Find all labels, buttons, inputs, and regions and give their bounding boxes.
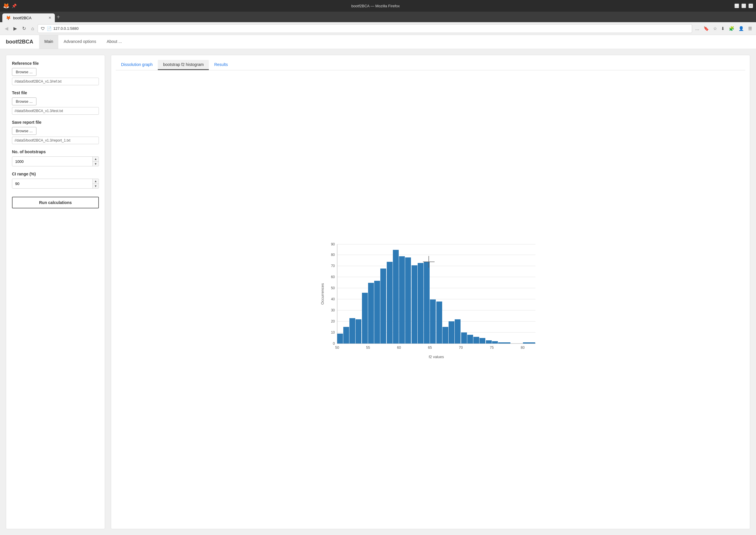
- run-calculations-button[interactable]: Run calculations: [12, 197, 99, 209]
- minimize-button[interactable]: —: [734, 4, 739, 8]
- bar-50: [337, 334, 343, 344]
- save-report-label: Save report file: [12, 120, 99, 125]
- tab-results[interactable]: Results: [209, 60, 233, 70]
- y-label-90: 90: [331, 242, 335, 246]
- test-file-label: Test file: [12, 91, 99, 95]
- test-file-browse-button[interactable]: Browse ...: [12, 98, 37, 105]
- y-label-50: 50: [331, 286, 335, 290]
- x-label-80: 80: [521, 346, 525, 350]
- ci-range-spinner: ▲ ▼: [93, 179, 98, 188]
- ci-range-increment[interactable]: ▲: [93, 179, 98, 183]
- nav-tab-advanced-options[interactable]: Advanced options: [58, 35, 101, 49]
- bar-70: [461, 332, 467, 344]
- test-file-section: Test file Browse ...: [12, 91, 99, 115]
- y-label-10: 10: [331, 330, 335, 334]
- tab-dissolution-graph[interactable]: Dissolution graph: [116, 60, 158, 70]
- ci-range-section: CI range (%) ▲ ▼: [12, 172, 99, 188]
- back-button[interactable]: ◀: [3, 24, 10, 32]
- forward-button[interactable]: ▶: [12, 24, 19, 32]
- nav-bar: ◀ ▶ ↻ ⌂ 🛡 📄 127.0.0.1:5880 … 🔖 ☆ ⬇ 🧩 👤 ☰: [0, 22, 756, 35]
- bootstraps-label: No. of bootstraps: [12, 150, 99, 154]
- x-label-75: 75: [490, 346, 494, 350]
- window-controls: — □ ✕: [734, 4, 753, 8]
- bar-60: [399, 256, 405, 344]
- bookmark-button[interactable]: 🔖: [702, 25, 710, 32]
- nav-actions: … 🔖 ☆ ⬇ 🧩 👤 ☰: [694, 25, 753, 32]
- url-display: 127.0.0.1:5880: [53, 26, 79, 31]
- tab-close-button[interactable]: ✕: [48, 16, 51, 20]
- bar-51: [343, 327, 349, 344]
- bootstraps-input[interactable]: [12, 157, 93, 166]
- app-header: bootf2BCA Main Advanced options About ..…: [0, 35, 756, 49]
- y-label-20: 20: [331, 319, 335, 324]
- y-label-0: 0: [333, 342, 335, 346]
- reload-button[interactable]: ↻: [20, 24, 28, 32]
- address-bar[interactable]: 🛡 📄 127.0.0.1:5880: [38, 24, 692, 33]
- sync-button[interactable]: 👤: [737, 25, 745, 32]
- bar-66: [436, 301, 442, 344]
- bootstraps-input-container: ▲ ▼: [12, 156, 99, 166]
- extensions-button[interactable]: 🧩: [728, 25, 736, 32]
- bar-71: [467, 335, 473, 344]
- histogram-chart: 0 10 20 30 40 50 60 70 80 90 50 55 60: [116, 239, 745, 361]
- reference-file-browse-button[interactable]: Browse ...: [12, 68, 37, 76]
- bar-67: [443, 327, 448, 344]
- tab-bootstrap-f2-histogram[interactable]: bootstrap f2 histogram: [158, 60, 209, 70]
- nav-tab-about[interactable]: About ...: [101, 35, 127, 49]
- ci-range-decrement[interactable]: ▼: [93, 183, 98, 188]
- nav-tab-main[interactable]: Main: [39, 35, 58, 49]
- x-label-55: 55: [366, 346, 370, 350]
- home-button[interactable]: ⌂: [29, 25, 36, 32]
- bar-73: [479, 338, 485, 344]
- close-button[interactable]: ✕: [748, 4, 753, 8]
- reference-file-input[interactable]: [12, 78, 99, 85]
- y-label-70: 70: [331, 264, 335, 268]
- browser-window: 🦊 📌 bootf2BCA — Mozilla Firefox — □ ✕ 🦊 …: [0, 0, 756, 535]
- bar-74: [486, 340, 492, 344]
- bar-58: [387, 262, 392, 344]
- bar-80: [523, 342, 535, 344]
- star-button[interactable]: ☆: [712, 25, 718, 32]
- more-button[interactable]: …: [694, 25, 701, 32]
- title-bar: 🦊 📌 bootf2BCA — Mozilla Firefox — □ ✕: [0, 0, 756, 12]
- bootstraps-decrement[interactable]: ▼: [93, 161, 98, 166]
- x-axis-title: f2 values: [429, 354, 444, 359]
- bar-52: [349, 318, 355, 344]
- test-file-input[interactable]: [12, 107, 99, 115]
- browser-tab[interactable]: 🦊 bootf2BCA ✕: [2, 14, 55, 22]
- bar-75: [492, 341, 498, 344]
- pin-icon: 📌: [12, 4, 16, 8]
- title-bar-right: — □ ✕: [734, 4, 753, 8]
- bar-68: [448, 321, 454, 344]
- reference-file-label: Reference file: [12, 61, 99, 66]
- bootstraps-increment[interactable]: ▲: [93, 157, 98, 161]
- save-report-section: Save report file Browse ...: [12, 120, 99, 144]
- bar-72: [473, 337, 479, 344]
- ci-range-input-container: ▲ ▼: [12, 179, 99, 188]
- histogram-svg: 0 10 20 30 40 50 60 70 80 90 50 55 60: [116, 239, 745, 361]
- bar-69: [455, 319, 461, 344]
- y-axis-title: Occurrences: [320, 283, 325, 304]
- menu-button[interactable]: ☰: [747, 25, 753, 32]
- bar-55: [368, 283, 374, 344]
- save-report-browse-button[interactable]: Browse ...: [12, 127, 37, 135]
- y-label-40: 40: [331, 297, 335, 301]
- title-bar-left: 🦊 📌: [3, 3, 16, 9]
- bar-76: [498, 342, 510, 344]
- main-content: Reference file Browse ... Test file Brow…: [0, 49, 756, 535]
- ci-range-input[interactable]: [12, 179, 93, 188]
- x-label-65: 65: [428, 346, 432, 350]
- maximize-button[interactable]: □: [742, 4, 746, 8]
- shield-icon: 🛡: [41, 26, 45, 31]
- save-report-input[interactable]: [12, 137, 99, 144]
- x-label-70: 70: [459, 346, 463, 350]
- bootstraps-spinner: ▲ ▼: [93, 157, 98, 166]
- bar-57: [380, 268, 386, 344]
- content-tabs: Dissolution graph bootstrap f2 histogram…: [116, 60, 745, 70]
- tab-title: bootf2BCA: [13, 16, 32, 20]
- left-panel: Reference file Browse ... Test file Brow…: [6, 55, 105, 529]
- new-tab-button[interactable]: +: [57, 14, 60, 20]
- right-panel: Dissolution graph bootstrap f2 histogram…: [111, 55, 750, 529]
- downloads-button[interactable]: ⬇: [720, 25, 726, 32]
- reference-file-section: Reference file Browse ...: [12, 61, 99, 85]
